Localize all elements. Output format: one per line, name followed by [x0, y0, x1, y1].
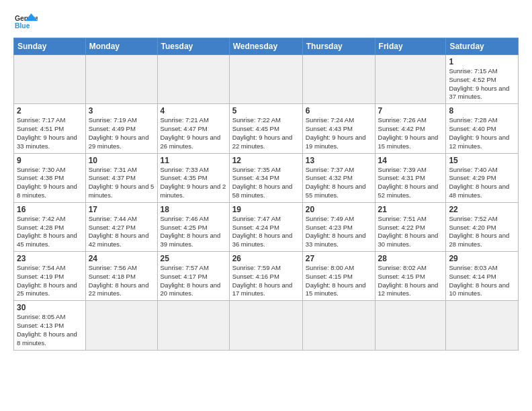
weekday-header-tuesday: Tuesday	[157, 38, 229, 55]
day-info: Sunrise: 7:33 AM Sunset: 4:35 PM Dayligh…	[161, 166, 226, 200]
calendar-cell: 21Sunrise: 7:51 AM Sunset: 4:22 PM Dayli…	[375, 202, 446, 251]
day-info: Sunrise: 8:03 AM Sunset: 4:14 PM Dayligh…	[449, 264, 515, 298]
day-info: Sunrise: 7:17 AM Sunset: 4:51 PM Dayligh…	[17, 116, 83, 150]
day-info: Sunrise: 7:46 AM Sunset: 4:25 PM Dayligh…	[161, 215, 226, 249]
calendar-cell: 4Sunrise: 7:21 AM Sunset: 4:47 PM Daylig…	[157, 104, 229, 153]
calendar-week-row: 30Sunrise: 8:05 AM Sunset: 4:13 PM Dayli…	[14, 301, 519, 350]
day-info: Sunrise: 7:44 AM Sunset: 4:27 PM Dayligh…	[89, 215, 154, 249]
day-number: 11	[161, 156, 226, 165]
day-number: 24	[89, 254, 154, 263]
day-info: Sunrise: 7:57 AM Sunset: 4:17 PM Dayligh…	[161, 264, 226, 298]
day-number: 25	[161, 254, 226, 263]
calendar-cell	[302, 55, 375, 104]
calendar-cell	[229, 55, 302, 104]
calendar-week-row: 9Sunrise: 7:30 AM Sunset: 4:38 PM Daylig…	[14, 153, 519, 202]
day-info: Sunrise: 7:39 AM Sunset: 4:31 PM Dayligh…	[378, 166, 443, 200]
day-info: Sunrise: 7:35 AM Sunset: 4:34 PM Dayligh…	[232, 166, 300, 200]
calendar-cell: 12Sunrise: 7:35 AM Sunset: 4:34 PM Dayli…	[229, 153, 302, 202]
calendar-cell: 17Sunrise: 7:44 AM Sunset: 4:27 PM Dayli…	[85, 202, 157, 251]
day-number: 26	[232, 254, 300, 263]
day-info: Sunrise: 7:40 AM Sunset: 4:29 PM Dayligh…	[449, 166, 515, 200]
day-number: 7	[378, 106, 443, 116]
calendar-cell	[85, 301, 157, 350]
calendar-cell: 8Sunrise: 7:28 AM Sunset: 4:40 PM Daylig…	[446, 104, 519, 153]
logo: General Blue	[13, 12, 38, 34]
day-number: 16	[17, 205, 83, 214]
day-number: 9	[17, 156, 83, 165]
calendar-cell: 6Sunrise: 7:24 AM Sunset: 4:43 PM Daylig…	[302, 104, 375, 153]
day-info: Sunrise: 8:00 AM Sunset: 4:15 PM Dayligh…	[306, 264, 372, 298]
calendar-table: SundayMondayTuesdayWednesdayThursdayFrid…	[13, 38, 519, 351]
calendar-cell	[229, 301, 302, 350]
calendar-cell: 26Sunrise: 7:59 AM Sunset: 4:16 PM Dayli…	[229, 252, 302, 301]
calendar-cell	[85, 55, 157, 104]
weekday-header-saturday: Saturday	[446, 38, 519, 55]
day-number: 27	[306, 254, 372, 263]
day-number: 6	[306, 106, 372, 116]
day-info: Sunrise: 7:52 AM Sunset: 4:20 PM Dayligh…	[449, 215, 515, 249]
day-info: Sunrise: 7:56 AM Sunset: 4:18 PM Dayligh…	[89, 264, 154, 298]
calendar-cell: 28Sunrise: 8:02 AM Sunset: 4:15 PM Dayli…	[375, 252, 446, 301]
calendar-cell: 22Sunrise: 7:52 AM Sunset: 4:20 PM Dayli…	[446, 202, 519, 251]
day-number: 29	[449, 254, 515, 263]
day-info: Sunrise: 8:05 AM Sunset: 4:13 PM Dayligh…	[17, 313, 83, 347]
day-number: 14	[378, 156, 443, 165]
day-number: 22	[449, 205, 515, 214]
calendar-cell: 24Sunrise: 7:56 AM Sunset: 4:18 PM Dayli…	[85, 252, 157, 301]
day-number: 1	[449, 57, 515, 66]
calendar-cell	[446, 301, 519, 350]
day-info: Sunrise: 7:51 AM Sunset: 4:22 PM Dayligh…	[378, 215, 443, 249]
day-info: Sunrise: 7:15 AM Sunset: 4:52 PM Dayligh…	[449, 67, 515, 101]
weekday-header-row: SundayMondayTuesdayWednesdayThursdayFrid…	[14, 38, 519, 55]
page: General Blue SundayMondayTuesdayWednesda…	[0, 0, 532, 357]
weekday-header-wednesday: Wednesday	[229, 38, 302, 55]
calendar-cell: 10Sunrise: 7:31 AM Sunset: 4:37 PM Dayli…	[85, 153, 157, 202]
calendar-week-row: 23Sunrise: 7:54 AM Sunset: 4:19 PM Dayli…	[14, 252, 519, 301]
day-number: 20	[306, 205, 372, 214]
calendar-week-row: 16Sunrise: 7:42 AM Sunset: 4:28 PM Dayli…	[14, 202, 519, 251]
calendar-cell: 15Sunrise: 7:40 AM Sunset: 4:29 PM Dayli…	[446, 153, 519, 202]
day-number: 18	[161, 205, 226, 214]
day-number: 15	[449, 156, 515, 165]
svg-text:Blue: Blue	[15, 22, 30, 30]
calendar-cell	[302, 301, 375, 350]
weekday-header-thursday: Thursday	[302, 38, 375, 55]
day-number: 28	[378, 254, 443, 263]
calendar-cell: 11Sunrise: 7:33 AM Sunset: 4:35 PM Dayli…	[157, 153, 229, 202]
calendar-cell: 16Sunrise: 7:42 AM Sunset: 4:28 PM Dayli…	[14, 202, 86, 251]
day-info: Sunrise: 7:26 AM Sunset: 4:42 PM Dayligh…	[378, 116, 443, 150]
calendar-cell	[14, 55, 86, 104]
header: General Blue	[13, 12, 519, 34]
calendar-cell: 9Sunrise: 7:30 AM Sunset: 4:38 PM Daylig…	[14, 153, 86, 202]
day-info: Sunrise: 8:02 AM Sunset: 4:15 PM Dayligh…	[378, 264, 443, 298]
day-info: Sunrise: 7:24 AM Sunset: 4:43 PM Dayligh…	[306, 116, 372, 150]
day-number: 3	[89, 106, 154, 116]
calendar-cell: 7Sunrise: 7:26 AM Sunset: 4:42 PM Daylig…	[375, 104, 446, 153]
day-number: 8	[449, 106, 515, 116]
day-number: 13	[306, 156, 372, 165]
calendar-cell: 5Sunrise: 7:22 AM Sunset: 4:45 PM Daylig…	[229, 104, 302, 153]
calendar-cell: 14Sunrise: 7:39 AM Sunset: 4:31 PM Dayli…	[375, 153, 446, 202]
generalblue-logo-icon: General Blue	[13, 12, 38, 34]
day-info: Sunrise: 7:59 AM Sunset: 4:16 PM Dayligh…	[232, 264, 300, 298]
day-number: 2	[17, 106, 83, 116]
day-info: Sunrise: 7:31 AM Sunset: 4:37 PM Dayligh…	[89, 166, 154, 200]
day-info: Sunrise: 7:54 AM Sunset: 4:19 PM Dayligh…	[17, 264, 83, 298]
calendar-cell: 3Sunrise: 7:19 AM Sunset: 4:49 PM Daylig…	[85, 104, 157, 153]
day-info: Sunrise: 7:49 AM Sunset: 4:23 PM Dayligh…	[306, 215, 372, 249]
day-info: Sunrise: 7:37 AM Sunset: 4:32 PM Dayligh…	[306, 166, 372, 200]
day-number: 10	[89, 156, 154, 165]
day-number: 12	[232, 156, 300, 165]
day-info: Sunrise: 7:30 AM Sunset: 4:38 PM Dayligh…	[17, 166, 83, 200]
weekday-header-sunday: Sunday	[14, 38, 86, 55]
calendar-cell	[157, 301, 229, 350]
weekday-header-friday: Friday	[375, 38, 446, 55]
day-info: Sunrise: 7:22 AM Sunset: 4:45 PM Dayligh…	[232, 116, 300, 150]
day-number: 30	[17, 303, 83, 312]
calendar-cell: 19Sunrise: 7:47 AM Sunset: 4:24 PM Dayli…	[229, 202, 302, 251]
calendar-cell: 25Sunrise: 7:57 AM Sunset: 4:17 PM Dayli…	[157, 252, 229, 301]
calendar-week-row: 1Sunrise: 7:15 AM Sunset: 4:52 PM Daylig…	[14, 55, 519, 104]
calendar-cell: 29Sunrise: 8:03 AM Sunset: 4:14 PM Dayli…	[446, 252, 519, 301]
day-number: 4	[161, 106, 226, 116]
calendar-cell	[375, 55, 446, 104]
